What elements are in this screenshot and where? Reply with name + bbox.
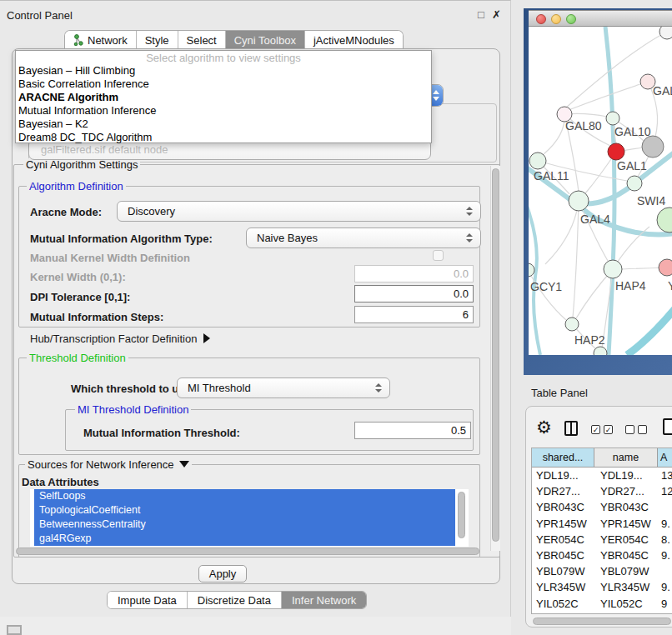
new-table-icon[interactable] [663,418,672,435]
cell[interactable]: 8. [658,533,672,546]
cell[interactable]: YDL19... [594,469,658,482]
column-header-truncated[interactable]: A [658,448,672,467]
table-horizontal-scrollbar[interactable] [531,617,672,626]
table-row[interactable]: YBL079WYBL079W [532,563,672,579]
cell[interactable]: YBR043C [532,501,594,513]
table-row[interactable]: YER054CYER054C8. [532,532,672,548]
tab-select[interactable]: Select [178,31,225,49]
node-gray[interactable] [642,136,664,158]
aracne-mode-combo[interactable]: Discovery [117,201,481,222]
dropdown-item[interactable]: Bayesian – K2 [16,118,431,131]
dropdown-item[interactable]: Mutual Information Inference [16,104,431,118]
node[interactable] [659,27,672,39]
sources-toggle[interactable]: Sources for Network Inference [25,458,192,471]
checkbox-unchecked-icon[interactable] [625,425,634,434]
attributes-scrollbar[interactable] [457,490,466,546]
checkbox-checked-icon[interactable]: ✓ [604,425,613,434]
node-gal11[interactable] [529,152,546,169]
checkbox-checked-icon[interactable]: ✓ [591,425,600,434]
table-row[interactable]: YIL052CYIL052C9 [532,596,672,612]
node-gal4[interactable] [569,191,589,211]
tab-discretize-data[interactable]: Discretize Data [187,592,281,608]
cell[interactable]: 9. [658,549,672,562]
column-settings-icon[interactable] [564,421,578,436]
network-view-window[interactable]: GAL80 GAL10 GAL GAL1 GAL11 SWI4 GAL4 GCY… [524,8,672,375]
tab-network[interactable]: Network [65,31,136,49]
attribute-item[interactable]: BetweennessCentrality [34,518,455,532]
zoom-window-icon[interactable] [566,14,576,24]
cell[interactable]: 12 [658,485,672,498]
collapsed-panel-button[interactable] [7,625,22,635]
apply-button[interactable]: Apply [198,565,247,582]
tab-jactivemnodules[interactable]: jActiveMNodules [304,31,403,49]
cell[interactable]: YIL052C [594,598,658,610]
node-gal10[interactable] [606,112,619,125]
node-gal1-selected[interactable] [608,143,624,160]
cell[interactable]: YLR345W [532,581,594,593]
tab-cyni-toolbox[interactable]: Cyni Toolbox [225,31,304,49]
which-threshold-combo[interactable]: MI Threshold [177,378,390,398]
checkbox-unchecked-icon[interactable] [638,425,647,434]
attribute-item[interactable]: SelfLoops [34,489,455,503]
node-hap2[interactable] [565,318,579,331]
manual-kernel-checkbox[interactable] [433,250,444,261]
dropdown-item[interactable]: Bayesian – Hill Climbing [16,64,431,78]
cell[interactable]: 9. [658,518,672,530]
network-canvas[interactable]: GAL80 GAL10 GAL GAL1 GAL11 SWI4 GAL4 GCY… [529,27,672,355]
column-header-name[interactable]: name [594,448,658,467]
node-swi4[interactable] [627,176,642,191]
column-header-shared-name[interactable]: shared... [532,448,594,467]
cell[interactable]: 9. [658,581,672,593]
network-window-titlebar[interactable] [529,10,672,27]
cell[interactable]: YER054C [594,533,658,546]
node[interactable] [594,347,607,355]
table-row[interactable]: YBR043CYBR043C [532,499,672,515]
table-row[interactable]: YPR145WYPR145W9. [532,516,672,532]
table-row[interactable]: YBR045CYBR045C9. [532,548,672,563]
cell[interactable]: YBL079W [594,565,658,578]
mi-steps-field[interactable]: 6 [354,306,474,323]
cell[interactable]: YDL19... [532,469,594,482]
dropdown-item[interactable]: Dream8 DC_TDC Algorithm [16,131,431,144]
cell[interactable]: 9 [658,598,672,610]
tab-infer-network[interactable]: Infer Network [281,592,366,608]
cell[interactable]: YBR043C [594,501,658,513]
node-hap4[interactable] [604,260,622,278]
attribute-item[interactable]: TopologicalCoefficient [34,503,455,518]
mi-type-combo[interactable]: Naive Bayes [246,228,481,248]
node[interactable] [657,208,672,232]
tab-impute-data[interactable]: Impute Data [108,592,187,608]
settings-horizontal-scrollbar[interactable] [15,547,487,557]
kernel-width-field[interactable]: 0.0 [354,265,474,282]
close-panel-icon[interactable]: ✗ [492,8,501,21]
cell[interactable]: YER054C [532,533,594,546]
cell[interactable]: YBR045C [532,549,594,562]
close-window-icon[interactable] [536,14,546,24]
dpi-tolerance-field[interactable]: 0.0 [354,285,474,302]
dropdown-item-aracne[interactable]: ARACNE Algorithm [16,91,431,104]
cell[interactable]: YPR145W [594,518,658,530]
attribute-item[interactable]: gal4RGexp [34,532,455,546]
tab-style[interactable]: Style [136,31,178,49]
settings-vertical-scrollbar[interactable] [490,166,500,551]
cell[interactable]: YDR27... [594,485,658,498]
table-row[interactable]: YLR345WYLR345W9. [532,579,672,595]
table-row[interactable]: YDL19...YDL19...13 [532,468,672,483]
cell[interactable]: YBL079W [532,565,594,578]
gear-icon[interactable]: ⚙ [536,418,552,436]
cell[interactable]: 13 [658,469,672,482]
mi-type-label: Mutual Information Algorithm Type: [30,232,213,245]
cell[interactable]: YLR345W [594,581,658,593]
dropdown-item[interactable]: Basic Correlation Inference [16,78,431,91]
table-row[interactable]: YDR27...YDR27...12 [532,483,672,499]
minimize-window-icon[interactable] [551,14,561,24]
node-pink[interactable] [659,259,672,276]
mi-threshold-field[interactable]: 0.5 [354,422,471,439]
hub-definition-toggle[interactable]: Hub/Transcription Factor Definition [30,332,210,345]
cell[interactable]: YBR045C [594,549,658,562]
cell[interactable]: YDR27... [532,485,594,498]
node-gcy1[interactable] [529,263,534,277]
cell[interactable]: YPR145W [532,518,594,530]
cell[interactable]: YIL052C [532,598,594,610]
float-window-icon[interactable]: □ [478,8,484,21]
